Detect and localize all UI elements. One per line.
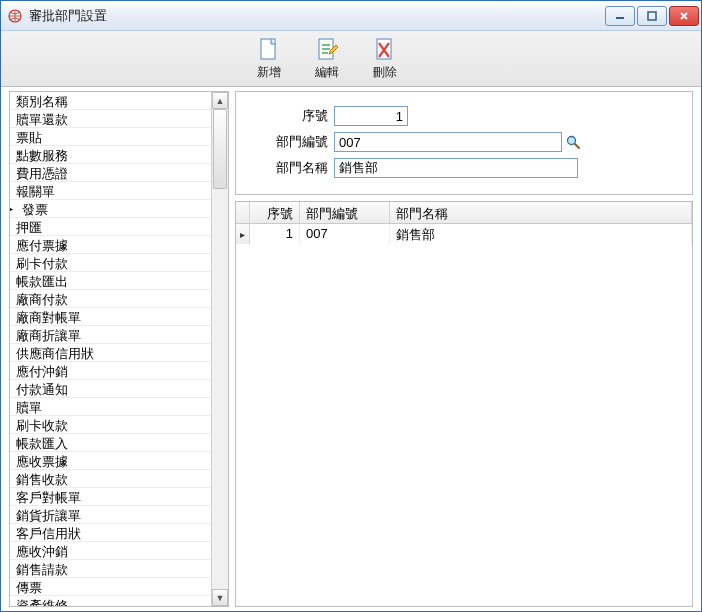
grid-header: 序號 部門編號 部門名稱 bbox=[236, 202, 692, 224]
app-icon bbox=[7, 8, 23, 24]
list-item[interactable]: 客戶對帳單 bbox=[10, 488, 211, 506]
row-marker: ▸ bbox=[236, 224, 250, 244]
detail-pane: 序號 部門編號 部門名稱 序號 bbox=[235, 91, 693, 607]
name-label: 部門名稱 bbox=[248, 159, 328, 177]
col-code-header[interactable]: 部門編號 bbox=[300, 202, 390, 223]
list-item[interactable]: 廠商折讓單 bbox=[10, 326, 211, 344]
list-item[interactable]: 資產維修 bbox=[10, 596, 211, 606]
scroll-up-button[interactable]: ▲ bbox=[212, 92, 228, 109]
col-name-header[interactable]: 部門名稱 bbox=[390, 202, 692, 223]
seq-label: 序號 bbox=[248, 107, 328, 125]
list-item[interactable]: 發票 bbox=[10, 200, 211, 218]
category-list-pane: 類別名稱贖單還款票貼點數服務費用憑證報關單發票押匯應付票據刷卡付款帳款匯出廠商付… bbox=[9, 91, 229, 607]
cell-code: 007 bbox=[300, 224, 390, 244]
list-item[interactable]: 帳款匯入 bbox=[10, 434, 211, 452]
category-list[interactable]: 類別名稱贖單還款票貼點數服務費用憑證報關單發票押匯應付票據刷卡付款帳款匯出廠商付… bbox=[10, 92, 211, 606]
add-button[interactable]: 新增 bbox=[249, 36, 289, 81]
delete-doc-icon bbox=[373, 36, 397, 64]
maximize-button[interactable] bbox=[637, 6, 667, 26]
list-item[interactable]: 銷售收款 bbox=[10, 470, 211, 488]
scroll-track[interactable] bbox=[212, 109, 228, 589]
edit-label: 編輯 bbox=[315, 64, 339, 81]
list-item[interactable]: 客戶信用狀 bbox=[10, 524, 211, 542]
cell-name: 銷售部 bbox=[390, 224, 692, 244]
window-title: 審批部門設置 bbox=[29, 7, 605, 25]
svg-rect-2 bbox=[648, 12, 656, 20]
list-item[interactable]: 應付沖銷 bbox=[10, 362, 211, 380]
scroll-down-button[interactable]: ▼ bbox=[212, 589, 228, 606]
seq-input[interactable] bbox=[334, 106, 408, 126]
list-item[interactable]: 刷卡收款 bbox=[10, 416, 211, 434]
list-item[interactable]: 供應商信用狀 bbox=[10, 344, 211, 362]
list-item[interactable]: 銷貨折讓單 bbox=[10, 506, 211, 524]
list-item[interactable]: 應付票據 bbox=[10, 236, 211, 254]
list-item[interactable]: 應收沖銷 bbox=[10, 542, 211, 560]
edit-doc-icon bbox=[315, 36, 339, 64]
list-item[interactable]: 帳款匯出 bbox=[10, 272, 211, 290]
close-button[interactable] bbox=[669, 6, 699, 26]
cell-seq: 1 bbox=[250, 224, 300, 244]
search-icon bbox=[565, 134, 581, 150]
col-seq-header[interactable]: 序號 bbox=[250, 202, 300, 223]
dept-name-input[interactable] bbox=[334, 158, 578, 178]
code-label: 部門編號 bbox=[248, 133, 328, 151]
list-item[interactable]: 類別名稱 bbox=[10, 92, 211, 110]
dept-grid: 序號 部門編號 部門名稱 ▸1007銷售部 bbox=[235, 201, 693, 607]
grid-corner bbox=[236, 202, 250, 223]
list-item[interactable]: 應收票據 bbox=[10, 452, 211, 470]
add-label: 新增 bbox=[257, 64, 281, 81]
list-item[interactable]: 刷卡付款 bbox=[10, 254, 211, 272]
list-item[interactable]: 廠商付款 bbox=[10, 290, 211, 308]
list-item[interactable]: 傳票 bbox=[10, 578, 211, 596]
detail-form: 序號 部門編號 部門名稱 bbox=[235, 91, 693, 195]
delete-label: 刪除 bbox=[373, 64, 397, 81]
list-item[interactable]: 廠商對帳單 bbox=[10, 308, 211, 326]
table-row[interactable]: ▸1007銷售部 bbox=[236, 224, 692, 244]
list-item[interactable]: 點數服務 bbox=[10, 146, 211, 164]
list-item[interactable]: 贖單還款 bbox=[10, 110, 211, 128]
list-scrollbar[interactable]: ▲ ▼ bbox=[211, 92, 228, 606]
grid-body[interactable]: ▸1007銷售部 bbox=[236, 224, 692, 606]
content-area: 類別名稱贖單還款票貼點數服務費用憑證報關單發票押匯應付票據刷卡付款帳款匯出廠商付… bbox=[1, 87, 701, 611]
list-item[interactable]: 贖單 bbox=[10, 398, 211, 416]
list-item[interactable]: 銷售請款 bbox=[10, 560, 211, 578]
delete-button[interactable]: 刪除 bbox=[365, 36, 405, 81]
dept-code-input[interactable] bbox=[334, 132, 562, 152]
list-item[interactable]: 報關單 bbox=[10, 182, 211, 200]
scroll-thumb[interactable] bbox=[213, 109, 227, 189]
app-window: 審批部門設置 新增 編輯 bbox=[0, 0, 702, 612]
list-item[interactable]: 票貼 bbox=[10, 128, 211, 146]
list-item[interactable]: 費用憑證 bbox=[10, 164, 211, 182]
list-item[interactable]: 付款通知 bbox=[10, 380, 211, 398]
title-bar: 審批部門設置 bbox=[1, 1, 701, 31]
toolbar: 新增 編輯 刪除 bbox=[1, 31, 701, 87]
list-item[interactable]: 押匯 bbox=[10, 218, 211, 236]
window-buttons bbox=[605, 6, 699, 26]
minimize-button[interactable] bbox=[605, 6, 635, 26]
svg-rect-1 bbox=[616, 17, 624, 19]
edit-button[interactable]: 編輯 bbox=[307, 36, 347, 81]
lookup-button[interactable] bbox=[564, 133, 582, 151]
new-doc-icon bbox=[257, 36, 281, 64]
